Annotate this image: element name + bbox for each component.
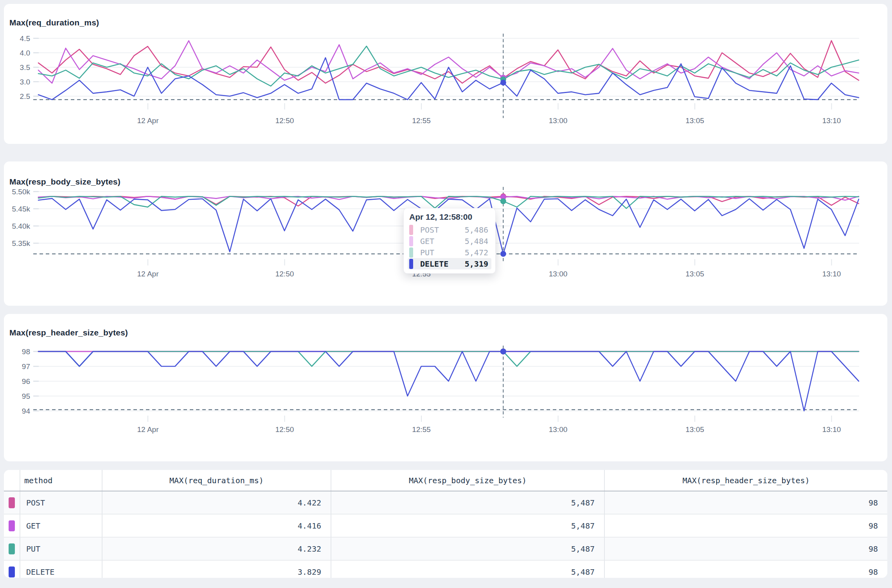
value-cell: 4.422 [102,491,331,514]
table-row-post[interactable]: POST4.4225,48798 [4,491,887,514]
chart-card-req-duration: Max(req_duration_ms) 4.54.03.53.02.512 A… [4,4,887,144]
value-cell: 4.232 [102,537,331,560]
y-axis-label: 95 [22,392,30,400]
method-cell: PUT [20,537,102,560]
value-cell: 5,487 [331,491,604,514]
tooltip-label: POST [420,225,439,235]
series-swatch-delete [409,259,413,269]
x-axis-label: 13:00 [549,117,568,125]
tooltip-row-post: POST 5,486 [408,224,491,235]
tooltip-label: DELETE [420,259,448,269]
y-axis-label: 4.0 [20,49,30,57]
y-axis-label: 5.35k [12,239,31,247]
series-swatch-get [409,236,413,246]
x-axis-label: 12:55 [412,117,431,125]
chart-tooltip: Apr 12, 12:58:00 POST 5,486 GET 5,484 PU… [403,208,496,274]
value-cell: 5,487 [331,514,604,537]
hover-point-put [500,198,506,204]
tooltip-label: GET [420,237,434,246]
y-axis-label: 97 [22,362,30,371]
tooltip-value: 5,319 [465,259,488,269]
dashboard-page: { "page": { "background": "#eef0f4", "ca… [0,0,892,588]
value-cell: 4.416 [102,514,331,537]
line-chart-req-duration[interactable]: 4.54.03.53.02.512 Apr12:5012:5513:0013:0… [4,4,887,144]
y-axis-label: 4.5 [20,34,30,43]
value-cell: 3.829 [102,560,331,578]
x-axis-label: 12 Apr [137,117,159,125]
tooltip-value: 5,472 [465,248,488,257]
x-axis-label: 13:10 [822,117,841,125]
series-swatch-put [409,247,413,258]
y-axis-label: 98 [22,348,30,356]
tooltip-value: 5,484 [465,237,488,246]
method-cell: DELETE [20,560,102,578]
series-swatch-delete [4,560,20,578]
column-header-max-req-duration[interactable]: MAX(req_duration_ms) [102,470,331,491]
series-swatch-post [409,225,413,235]
y-axis-label: 5.45k [12,205,31,213]
x-axis-label: 12 Apr [137,425,159,434]
tooltip-row-put: PUT 5,472 [408,247,491,258]
chart-card-resp-header-size: Max(resp_header_size_bytes) 989796959412… [4,314,887,461]
y-axis-label: 96 [22,377,30,385]
x-axis-label: 12:55 [412,425,431,434]
x-axis-label: 12:50 [275,425,294,434]
y-axis-label: 3.5 [20,63,30,72]
table-header-row: method MAX(req_duration_ms) MAX(resp_bod… [4,470,887,491]
x-axis-label: 12 Apr [137,270,159,278]
table-row-put[interactable]: PUT4.2325,48798 [4,537,887,560]
column-header-method[interactable]: method [20,470,102,491]
column-header-swatch [4,470,20,491]
value-cell: 98 [604,537,887,560]
y-axis-label: 2.5 [20,92,30,100]
tooltip-row-delete: DELETE 5,319 [408,258,491,269]
summary-table-card: method MAX(req_duration_ms) MAX(resp_bod… [4,470,887,578]
x-axis-label: 13:10 [822,270,841,278]
series-line-post [38,41,859,83]
hover-point-delete [500,80,506,86]
value-cell: 98 [604,514,887,537]
y-axis-label: 5.40k [12,222,31,230]
series-swatch-put [4,537,20,560]
y-axis-label: 94 [22,407,31,415]
value-cell: 5,487 [331,560,604,578]
method-cell: POST [20,491,102,514]
tooltip-label: PUT [420,248,434,257]
x-axis-label: 13:00 [549,270,568,278]
x-axis-label: 12:50 [275,270,294,278]
x-axis-label: 13:00 [549,425,568,434]
x-axis-label: 13:05 [685,270,704,278]
column-header-max-resp-body-size[interactable]: MAX(resp_body_size_bytes) [331,470,604,491]
x-axis-label: 13:10 [822,425,841,434]
series-line-put [38,351,859,366]
value-cell: 98 [604,491,887,514]
series-line-get [38,41,859,83]
tooltip-value: 5,486 [465,225,488,235]
series-swatch-post [4,491,20,514]
y-axis-label: 5.50k [12,188,31,196]
x-axis-label: 12:50 [275,117,294,125]
summary-table: method MAX(req_duration_ms) MAX(resp_bod… [4,470,887,578]
series-swatch-get [4,514,20,537]
tooltip-row-get: GET 5,484 [408,235,491,247]
x-axis-label: 13:05 [685,425,704,434]
column-header-max-resp-header-size[interactable]: MAX(resp_header_size_bytes) [604,470,887,491]
value-cell: 5,487 [331,537,604,560]
hover-point-delete [500,251,506,257]
method-cell: GET [20,514,102,537]
table-row-get[interactable]: GET4.4165,48798 [4,514,887,537]
tooltip-timestamp: Apr 12, 12:58:00 [409,212,491,222]
value-cell: 98 [604,560,887,578]
table-row-delete[interactable]: DELETE3.8295,48798 [4,560,887,578]
hover-point-delete [500,349,506,355]
x-axis-label: 13:05 [685,117,704,125]
y-axis-label: 3.0 [20,78,30,86]
line-chart-resp-header-size[interactable]: 989796959412 Apr12:5012:5513:0013:0513:1… [4,314,887,461]
